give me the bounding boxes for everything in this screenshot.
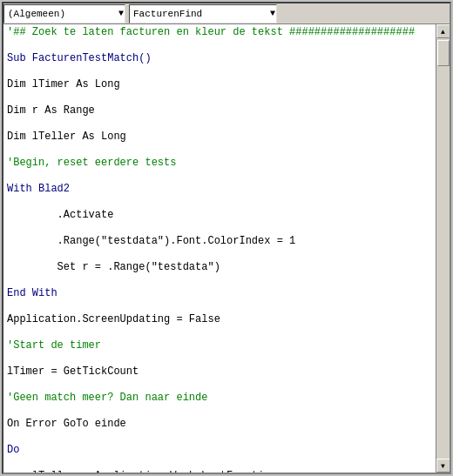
scroll-down-button[interactable]: ▼ — [436, 459, 450, 473]
scroll-thumb[interactable] — [437, 40, 450, 66]
proc-dropdown[interactable]: FacturenFind — [129, 4, 277, 23]
code-editor[interactable]: '## Zoek te laten facturen en kleur de t… — [3, 24, 436, 473]
scope-dropdown[interactable]: (Algemeen) — [3, 4, 125, 23]
scope-dropdown-wrapper: (Algemeen) ▼ — [3, 4, 125, 23]
scrollbar-vertical: ▲ ▼ — [436, 24, 450, 473]
code-area: '## Zoek te laten facturen en kleur de t… — [3, 24, 450, 473]
editor-window: (Algemeen) ▼ FacturenFind ▼ '## Zoek te … — [2, 2, 451, 474]
proc-dropdown-wrapper: FacturenFind ▼ — [129, 4, 277, 23]
scroll-up-button[interactable]: ▲ — [436, 24, 450, 38]
toolbar: (Algemeen) ▼ FacturenFind ▼ — [3, 3, 450, 24]
scroll-track — [436, 38, 450, 459]
